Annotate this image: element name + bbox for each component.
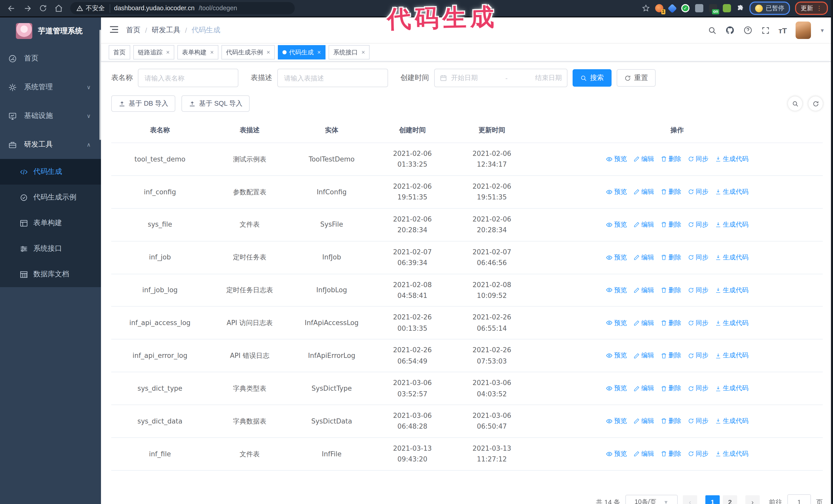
sync-link[interactable]: 同步 (688, 187, 709, 197)
delete-link[interactable]: 删除 (661, 285, 681, 295)
extension-icon-4[interactable] (695, 4, 703, 12)
delete-link[interactable]: 删除 (661, 383, 681, 394)
close-icon[interactable]: × (210, 49, 214, 56)
sync-link[interactable]: 同步 (688, 383, 709, 394)
address-bar[interactable]: 不安全 dashboard.yudao.iocoder.cn/tool/code… (70, 2, 295, 14)
delete-link[interactable]: 删除 (661, 416, 681, 426)
sidebar-item-db-doc[interactable]: 数据库文档 (0, 262, 101, 287)
sql-import-button[interactable]: 基于 SQL 导入 (182, 95, 250, 112)
sidebar-item-infra[interactable]: 基础设施 ∨ (0, 101, 101, 130)
bookmark-star-icon[interactable] (642, 4, 650, 12)
preview-link[interactable]: 预览 (606, 252, 627, 263)
user-caret-icon[interactable]: ▼ (820, 27, 825, 33)
sync-link[interactable]: 同步 (688, 416, 709, 426)
sidebar-item-system-api[interactable]: 系统接口 (0, 236, 101, 262)
browser-menu-icon[interactable]: ⋮ (816, 6, 822, 11)
generate-link[interactable]: 生成代码 (715, 219, 748, 230)
sync-link[interactable]: 同步 (688, 318, 709, 328)
preview-link[interactable]: 预览 (606, 154, 627, 164)
sidebar-item-codegen-demo[interactable]: 代码生成示例 (0, 185, 101, 210)
extension-icon-2[interactable] (668, 4, 677, 13)
header-search-icon[interactable] (708, 26, 716, 34)
sync-link[interactable]: 同步 (688, 219, 709, 230)
sidebar-item-home[interactable]: 首页 (0, 44, 101, 73)
edit-link[interactable]: 编辑 (634, 318, 654, 328)
generate-link[interactable]: 生成代码 (715, 318, 748, 328)
extension-icon-6[interactable] (723, 4, 731, 12)
edit-link[interactable]: 编辑 (634, 252, 654, 263)
close-icon[interactable]: × (266, 49, 270, 56)
extension-icon-3[interactable]: ✓ (681, 4, 689, 12)
edit-link[interactable]: 编辑 (634, 383, 654, 394)
sidebar-item-form-builder[interactable]: 表单构建 (0, 210, 101, 236)
tag-tab[interactable]: 代码生成示例× (221, 45, 275, 59)
table-name-input[interactable] (138, 69, 238, 87)
sync-link[interactable]: 同步 (688, 252, 709, 263)
extension-icon-1[interactable]: 1 (655, 4, 663, 12)
close-icon[interactable]: × (317, 49, 321, 56)
delete-link[interactable]: 删除 (661, 318, 681, 328)
generate-link[interactable]: 生成代码 (715, 154, 748, 164)
edit-link[interactable]: 编辑 (634, 187, 654, 197)
breadcrumb-item[interactable]: 首页 (126, 26, 140, 35)
generate-link[interactable]: 生成代码 (715, 252, 748, 263)
generate-link[interactable]: 生成代码 (715, 383, 748, 394)
edit-link[interactable]: 编辑 (634, 219, 654, 230)
refresh-table-button[interactable] (808, 96, 823, 111)
generate-link[interactable]: 生成代码 (715, 449, 748, 459)
next-page-button[interactable]: › (745, 495, 760, 504)
generate-link[interactable]: 生成代码 (715, 285, 748, 295)
generate-link[interactable]: 生成代码 (715, 351, 748, 361)
date-range-input[interactable]: 开始日期 - 结束日期 (434, 69, 568, 87)
preview-link[interactable]: 预览 (606, 383, 627, 394)
close-icon[interactable]: × (166, 49, 170, 56)
help-icon[interactable] (743, 26, 752, 35)
delete-link[interactable]: 删除 (661, 252, 681, 263)
edit-link[interactable]: 编辑 (634, 449, 654, 459)
delete-link[interactable]: 删除 (661, 154, 681, 164)
sync-link[interactable]: 同步 (688, 154, 709, 164)
tag-tab[interactable]: 系统接口× (329, 45, 370, 59)
home-icon[interactable] (54, 4, 63, 13)
browser-update-button[interactable]: 更新 ⋮ (795, 2, 828, 15)
close-icon[interactable]: × (361, 49, 365, 56)
toggle-search-button[interactable] (788, 96, 802, 111)
preview-link[interactable]: 预览 (606, 416, 627, 426)
sidebar-item-devtools[interactable]: 研发工具 ∧ (0, 130, 101, 159)
profile-paused-pill[interactable]: 已暂停 (749, 2, 790, 15)
goto-page-input[interactable] (787, 494, 811, 504)
tag-tab[interactable]: 代码生成× (278, 45, 326, 59)
edit-link[interactable]: 编辑 (634, 285, 654, 295)
sync-link[interactable]: 同步 (688, 285, 709, 295)
extensions-puzzle-icon[interactable] (737, 4, 744, 12)
table-desc-input[interactable] (277, 69, 388, 87)
tag-tab[interactable]: 链路追踪× (133, 45, 174, 59)
generate-link[interactable]: 生成代码 (715, 416, 748, 426)
app-logo-row[interactable]: 芋道管理系统 (0, 18, 101, 44)
preview-link[interactable]: 预览 (606, 318, 627, 328)
reset-button[interactable]: 重置 (617, 69, 656, 87)
avatar[interactable] (795, 22, 811, 39)
reload-icon[interactable] (39, 4, 47, 12)
extension-icon-5[interactable]: on (709, 4, 717, 12)
sync-link[interactable]: 同步 (688, 449, 709, 459)
delete-link[interactable]: 删除 (661, 351, 681, 361)
preview-link[interactable]: 预览 (606, 219, 627, 230)
preview-link[interactable]: 预览 (606, 449, 627, 459)
search-button[interactable]: 搜索 (573, 69, 612, 87)
fullscreen-icon[interactable] (761, 26, 770, 34)
security-warning[interactable]: 不安全 (76, 4, 110, 13)
preview-link[interactable]: 预览 (606, 351, 627, 361)
edit-link[interactable]: 编辑 (634, 154, 654, 164)
delete-link[interactable]: 删除 (661, 219, 681, 230)
page-button[interactable]: 2 (723, 495, 737, 504)
tag-tab[interactable]: 首页 (109, 45, 130, 59)
sync-link[interactable]: 同步 (688, 351, 709, 361)
db-import-button[interactable]: 基于 DB 导入 (111, 95, 175, 112)
page-size-select[interactable]: 10条/页 ▼ (625, 495, 678, 504)
sidebar-item-codegen[interactable]: 代码生成 (0, 159, 101, 185)
forward-icon[interactable] (23, 4, 32, 13)
breadcrumb-item[interactable]: 研发工具 (152, 26, 181, 35)
page-button[interactable]: 1 (705, 495, 720, 504)
generate-link[interactable]: 生成代码 (715, 187, 748, 197)
